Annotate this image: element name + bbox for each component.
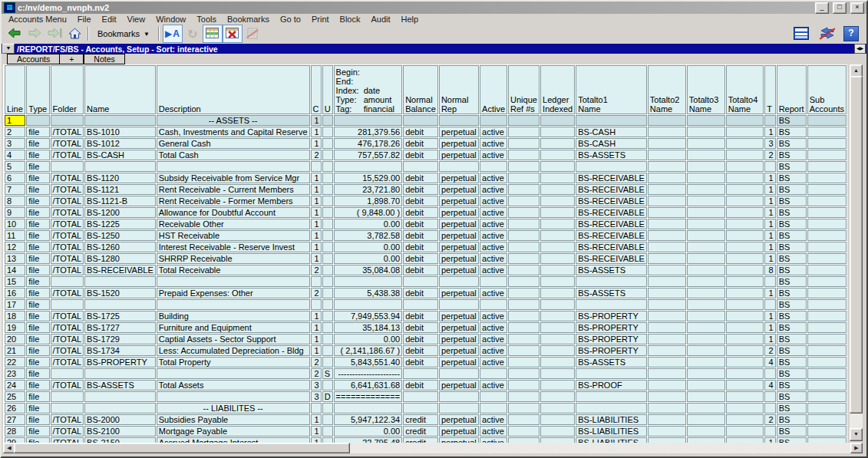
cell[interactable] [334,276,403,287]
cell[interactable]: ( 2,141,186.67 ) [334,345,403,356]
cell[interactable] [726,368,764,379]
cell[interactable]: BS [777,426,807,437]
cell[interactable] [687,357,725,367]
cell[interactable]: active [480,150,507,160]
cell[interactable] [576,161,647,172]
cell[interactable]: file [26,345,49,356]
cell[interactable]: BS [777,334,807,344]
cell[interactable]: debit [403,150,438,160]
cell[interactable]: 1 [764,230,775,241]
menu-item-bookmarks[interactable]: Bookmarks [222,15,275,24]
view-dropdown-button[interactable]: ▼ [2,44,15,54]
cell[interactable]: 1 [311,242,322,252]
cell[interactable] [648,391,686,402]
cell[interactable] [648,242,686,252]
cell[interactable] [576,368,647,379]
sync-disabled-button[interactable] [817,25,837,43]
cell[interactable]: perpetual [439,334,479,344]
cell[interactable] [648,299,686,310]
cell[interactable]: Interest Receivable - Reserve Invest [157,242,310,252]
cell[interactable]: -- LIABILITES -- [157,403,310,414]
cell[interactable] [687,184,725,195]
cell[interactable] [322,357,333,367]
cell[interactable] [648,403,686,414]
undo-button[interactable]: ↺ [183,25,203,43]
cell[interactable] [726,253,764,264]
cell[interactable] [807,265,847,275]
run-edit-button[interactable]: ▶A [163,25,183,43]
cell[interactable] [726,265,764,275]
cell[interactable]: BS-1225 [84,219,156,229]
cell[interactable]: active [480,242,507,252]
cell[interactable]: active [480,173,507,183]
pane-switch-icon[interactable]: ◀▶ [854,44,866,54]
cell[interactable]: BS [777,414,807,425]
cell[interactable] [807,299,847,310]
forward-button[interactable] [25,25,45,43]
cell[interactable]: 2 [311,150,322,160]
cell[interactable]: BS [777,115,807,126]
cell[interactable] [726,138,764,149]
cell[interactable]: 5,947,122.34 [334,414,403,425]
cell[interactable] [648,380,686,390]
cell[interactable] [648,196,686,206]
cell[interactable] [726,299,764,310]
cell[interactable] [807,115,847,126]
menu-item-audit[interactable]: Audit [365,15,395,24]
cell[interactable]: active [480,127,507,137]
cell[interactable]: 281,379.56 [334,127,403,137]
cell[interactable] [84,299,156,310]
cell[interactable]: perpetual [439,288,479,298]
cell[interactable] [480,276,507,287]
cell[interactable]: BS-1520 [84,288,156,298]
cell[interactable]: credit [403,426,438,437]
cell[interactable]: BS-ASSETS [576,288,647,298]
cell[interactable] [311,161,322,172]
cell[interactable] [508,115,540,126]
cell[interactable] [648,184,686,195]
cell[interactable]: file [26,173,49,183]
cell[interactable]: 1 [311,414,322,425]
cell[interactable]: file [26,207,49,218]
cell[interactable] [687,334,725,344]
cell[interactable] [726,161,764,172]
cell[interactable] [687,173,725,183]
cell[interactable]: debit [403,196,438,206]
cell[interactable] [508,403,540,414]
menu-item-print[interactable]: Print [306,15,335,24]
cell[interactable] [439,403,479,414]
cell[interactable] [540,391,575,402]
cell[interactable] [322,299,333,310]
cell[interactable]: 1 [764,311,775,321]
cell[interactable]: 1 [311,253,322,264]
cell[interactable] [540,207,575,218]
cell[interactable]: 1 [311,196,322,206]
cell[interactable]: perpetual [439,184,479,195]
tab-notes[interactable]: Notes [84,54,124,64]
cell[interactable] [403,299,438,310]
cell[interactable]: 3 [311,391,322,402]
cell[interactable]: /TOTAL [51,288,84,298]
cell[interactable]: file [26,230,49,241]
cell[interactable]: 1 [311,311,322,321]
scroll-right-icon[interactable]: ▶ [850,443,863,453]
cell[interactable] [726,414,764,425]
cell[interactable] [807,322,847,333]
cell[interactable] [726,150,764,160]
cell[interactable] [480,391,507,402]
cell[interactable] [687,311,725,321]
cell[interactable] [311,403,322,414]
cell[interactable]: file [26,196,49,206]
cell[interactable] [334,299,403,310]
cell[interactable] [648,253,686,264]
cell[interactable]: Receivable Other [157,219,310,229]
cell[interactable] [807,414,847,425]
cell[interactable] [403,368,438,379]
cell[interactable] [322,288,333,298]
cell[interactable] [648,345,686,356]
cell[interactable] [322,334,333,344]
cell[interactable] [439,276,479,287]
cell[interactable]: BS [777,299,807,310]
cell[interactable]: 1 [311,184,322,195]
cell[interactable]: BS [777,161,807,172]
